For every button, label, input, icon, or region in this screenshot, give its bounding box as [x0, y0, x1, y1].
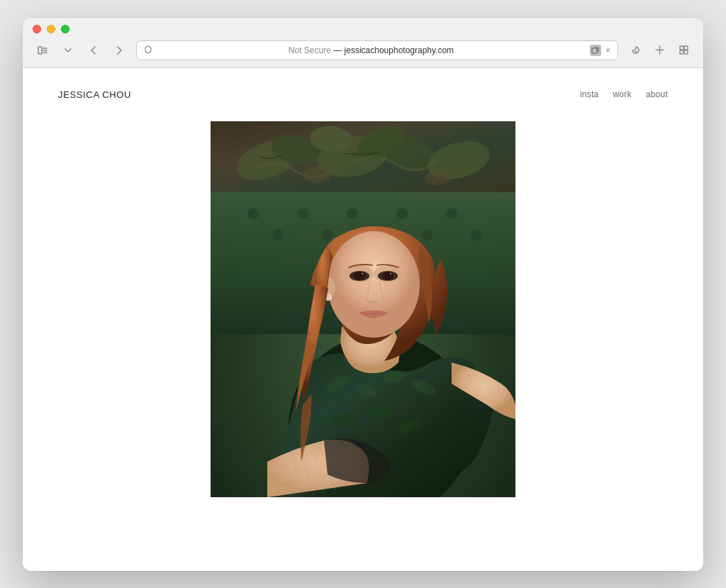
svg-point-21	[425, 171, 450, 185]
svg-point-68	[382, 272, 393, 280]
close-tab-button[interactable]: ×	[605, 45, 610, 55]
url-text: jessicachouphotography.com	[345, 45, 454, 55]
site-header: JESSICA CHOU insta work about	[23, 68, 703, 114]
svg-rect-4	[592, 48, 597, 53]
browser-chrome: Not Secure — jessicachouphotography.com …	[23, 18, 703, 68]
not-secure-label: Not Secure	[289, 45, 331, 55]
site-nav: insta work about	[580, 89, 668, 99]
svg-rect-9	[680, 50, 683, 54]
site-main	[23, 114, 703, 571]
svg-point-67	[354, 272, 365, 280]
hero-image	[211, 121, 515, 497]
close-window-button[interactable]	[33, 25, 41, 33]
svg-point-62	[328, 231, 420, 338]
new-tab-button[interactable]	[649, 43, 669, 58]
svg-point-20	[303, 166, 331, 183]
nav-insta[interactable]: insta	[580, 89, 599, 99]
tab-group-icon[interactable]	[590, 45, 601, 56]
minimize-window-button[interactable]	[47, 25, 55, 33]
tab-chevron-button[interactable]	[58, 43, 78, 58]
website-content: JESSICA CHOU insta work about	[23, 68, 703, 571]
hero-image-container	[211, 121, 515, 497]
nav-about[interactable]: about	[646, 89, 668, 99]
address-text: Not Secure — jessicachouphotography.com	[157, 45, 586, 55]
back-button[interactable]	[84, 43, 104, 58]
svg-rect-8	[684, 46, 688, 50]
browser-toolbar: Not Secure — jessicachouphotography.com …	[33, 40, 693, 67]
toolbar-right-buttons	[625, 43, 693, 58]
site-logo[interactable]: JESSICA CHOU	[58, 89, 131, 100]
security-icon	[144, 45, 152, 55]
tab-overview-button[interactable]	[674, 43, 693, 58]
svg-point-72	[390, 273, 391, 274]
svg-rect-0	[38, 47, 42, 54]
traffic-lights	[33, 25, 693, 33]
nav-work[interactable]: work	[613, 89, 631, 99]
svg-point-71	[362, 273, 363, 274]
share-button[interactable]	[625, 43, 645, 58]
svg-rect-10	[684, 50, 688, 54]
sidebar-toggle-button[interactable]	[33, 43, 52, 58]
svg-rect-7	[680, 46, 683, 50]
browser-window: Not Secure — jessicachouphotography.com …	[23, 18, 703, 571]
forward-button[interactable]	[109, 43, 129, 58]
toolbar-left	[33, 43, 129, 58]
svg-point-76	[371, 261, 388, 272]
maximize-window-button[interactable]	[61, 25, 69, 33]
address-bar[interactable]: Not Secure — jessicachouphotography.com …	[136, 40, 618, 60]
